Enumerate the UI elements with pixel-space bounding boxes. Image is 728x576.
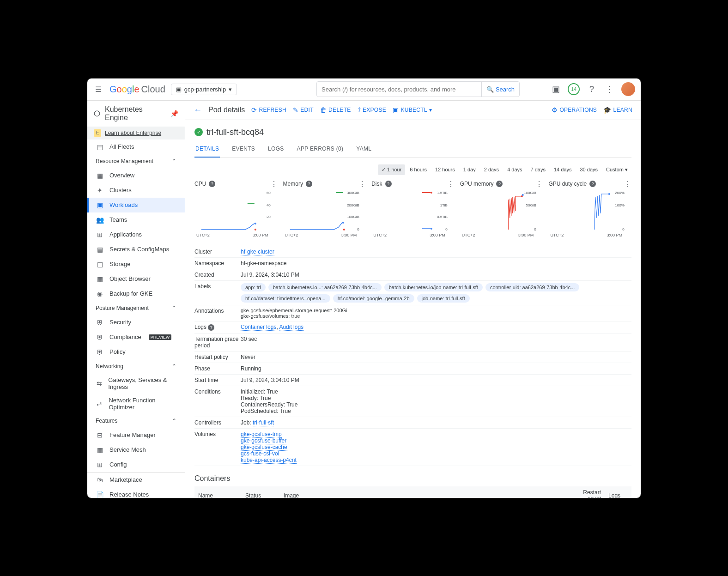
project-icon: ▣ bbox=[176, 86, 182, 93]
more-icon[interactable]: ⋮ bbox=[270, 180, 278, 188]
search-box[interactable]: 🔍Search bbox=[316, 81, 520, 97]
label-chip[interactable]: hf.co/dataset: timdettmers--opena... bbox=[241, 294, 330, 303]
col-logs: Logs bbox=[605, 486, 631, 498]
volume-link[interactable]: gke-gcsfuse-tmp bbox=[241, 431, 282, 438]
timerange-7-days[interactable]: 7 days bbox=[527, 164, 549, 175]
timerange-14-days[interactable]: 14 days bbox=[550, 164, 576, 175]
label-chip[interactable]: batch.kubernetes.io...: aa62a269-73bb-4b… bbox=[268, 283, 382, 291]
label-chip[interactable]: batch.kubernetes.io/job-name: trl-full-s… bbox=[384, 283, 483, 291]
tab-app-errors-[interactable]: APP ERRORS (0) bbox=[296, 141, 345, 158]
sidebar-item-all-fleets[interactable]: ▤All Fleets bbox=[87, 139, 185, 154]
sidebar-item-backup[interactable]: ◉Backup for GKE bbox=[87, 286, 185, 301]
timerange-6-hours[interactable]: 6 hours bbox=[406, 164, 431, 175]
section-networking[interactable]: Networking⌃ bbox=[87, 359, 185, 373]
search-input[interactable] bbox=[317, 86, 481, 93]
search-button[interactable]: 🔍Search bbox=[481, 82, 519, 97]
timerange-custom[interactable]: Custom ▾ bbox=[602, 164, 631, 175]
volume-link[interactable]: gke-gcsfuse-buffer bbox=[241, 437, 286, 444]
cluster-link[interactable]: hf-gke-cluster bbox=[241, 249, 274, 255]
back-button[interactable]: ← bbox=[194, 105, 202, 115]
label-chip[interactable]: controller-uid: aa62a269-73bb-4b4c... bbox=[485, 283, 579, 291]
sidebar-item-service-mesh[interactable]: ▦Service Mesh bbox=[87, 443, 185, 457]
more-icon[interactable]: ⋮ bbox=[624, 180, 631, 188]
timerange-1-hour[interactable]: ✓ 1 hour bbox=[378, 164, 405, 175]
controller-link[interactable]: trl-full-sft bbox=[253, 419, 274, 426]
pin-icon[interactable]: 📌 bbox=[170, 110, 178, 117]
more-icon[interactable]: ⋮ bbox=[358, 180, 366, 188]
project-selector[interactable]: ▣ gcp-partnership ▾ bbox=[171, 84, 237, 95]
volume-link[interactable]: kube-api-access-p4cnt bbox=[241, 457, 297, 464]
timerange-1-day[interactable]: 1 day bbox=[460, 164, 479, 175]
help-icon[interactable]: ? bbox=[589, 181, 596, 187]
sidebar-item-clusters[interactable]: ✦Clusters bbox=[87, 183, 185, 198]
teams-icon: 👥 bbox=[96, 216, 104, 224]
tab-logs[interactable]: LOGS bbox=[267, 141, 285, 158]
overview-icon: ▦ bbox=[96, 171, 104, 180]
section-posture[interactable]: Posture Management⌃ bbox=[87, 301, 185, 315]
edit-button[interactable]: ✎EDIT bbox=[293, 106, 314, 114]
gcp-logo[interactable]: GoogleCloud bbox=[109, 84, 165, 95]
analytics-icon[interactable]: ▣ bbox=[550, 84, 561, 95]
label-chip[interactable]: hf.co/model: google--gemma-2b bbox=[333, 294, 414, 303]
sidebar-item-policy[interactable]: ⛨Policy bbox=[87, 345, 185, 359]
timerange-2-days[interactable]: 2 days bbox=[480, 164, 503, 175]
svg-point-29 bbox=[608, 193, 610, 195]
sidebar-item-feature-manager[interactable]: ⊟Feature Manager bbox=[87, 428, 185, 443]
volume-link[interactable]: gke-gcsfuse-cache bbox=[241, 444, 287, 451]
col-name[interactable]: Name bbox=[194, 486, 242, 498]
timerange-12-hours[interactable]: 12 hours bbox=[431, 164, 459, 175]
section-features[interactable]: Features⌃ bbox=[87, 414, 185, 428]
tab-yaml[interactable]: YAML bbox=[355, 141, 372, 158]
mesh-icon: ▦ bbox=[96, 446, 104, 454]
sidebar-item-secrets[interactable]: ▤Secrets & ConfigMaps bbox=[87, 242, 185, 257]
sidebar-item-security[interactable]: ⛨Security bbox=[87, 315, 185, 330]
kubectl-button[interactable]: ▣KUBECTL ▾ bbox=[393, 106, 432, 114]
label-chip[interactable]: app: trl bbox=[241, 283, 266, 291]
timerange-30-days[interactable]: 30 days bbox=[576, 164, 602, 175]
sidebar-item-workloads[interactable]: ▣Workloads bbox=[87, 198, 185, 212]
sidebar-item-compliance[interactable]: ⛨CompliancePREVIEW bbox=[87, 330, 185, 345]
delete-button[interactable]: 🗑DELETE bbox=[320, 106, 351, 114]
audit-logs-link[interactable]: Audit logs bbox=[279, 324, 303, 331]
help-icon[interactable]: ? bbox=[208, 324, 214, 331]
project-name: gcp-partnership bbox=[184, 86, 226, 93]
sidebar-item-teams[interactable]: 👥Teams bbox=[87, 212, 185, 227]
sidebar-item-gateways[interactable]: ⇆Gateways, Services & Ingress bbox=[87, 373, 185, 394]
sidebar-item-release-notes[interactable]: 📄Release Notes bbox=[87, 487, 185, 498]
learn-button[interactable]: 🎓LEARN bbox=[603, 106, 632, 114]
svg-text:0: 0 bbox=[623, 227, 625, 231]
help-icon[interactable]: ? bbox=[586, 84, 597, 95]
section-resource[interactable]: Resource Management⌃ bbox=[87, 154, 185, 168]
tab-details[interactable]: DETAILS bbox=[194, 141, 220, 158]
sidebar-item-storage[interactable]: ◫Storage bbox=[87, 257, 185, 272]
trial-badge[interactable]: 14 bbox=[568, 83, 580, 95]
container-logs-link[interactable]: Container logs bbox=[241, 324, 276, 331]
more-icon[interactable]: ⋮ bbox=[447, 180, 455, 188]
refresh-button[interactable]: ⟳REFRESH bbox=[251, 106, 286, 114]
sidebar-item-applications[interactable]: ⊞Applications bbox=[87, 227, 185, 242]
more-icon[interactable]: ⋮ bbox=[535, 180, 543, 188]
operations-button[interactable]: ⚙OPERATIONS bbox=[552, 106, 597, 114]
sidebar-item-config[interactable]: ⊞Config bbox=[87, 457, 185, 472]
sidebar-item-marketplace[interactable]: 🛍Marketplace bbox=[87, 473, 185, 487]
sidebar-item-overview[interactable]: ▦Overview bbox=[87, 168, 185, 183]
timerange-4-days[interactable]: 4 days bbox=[504, 164, 526, 175]
sidebar-item-object-browser[interactable]: ▦Object Browser bbox=[87, 272, 185, 286]
label-chip[interactable]: job-name: trl-full-sft bbox=[417, 294, 470, 303]
sidebar-item-nfo[interactable]: ⇄Network Function Optimizer bbox=[87, 394, 185, 414]
help-icon[interactable]: ? bbox=[209, 181, 215, 187]
help-icon[interactable]: ? bbox=[306, 181, 312, 187]
kubectl-icon: ▣ bbox=[393, 106, 399, 114]
avatar[interactable] bbox=[621, 82, 635, 96]
main-menu-icon[interactable]: ☰ bbox=[93, 84, 104, 95]
chevron-up-icon: ⌃ bbox=[172, 418, 176, 424]
svg-text:300GiB: 300GiB bbox=[347, 191, 359, 195]
tab-events[interactable]: EVENTS bbox=[231, 141, 256, 158]
enterprise-link[interactable]: Learn about Enterprise bbox=[105, 130, 161, 136]
more-icon[interactable]: ⋮ bbox=[604, 84, 615, 95]
help-icon[interactable]: ? bbox=[496, 181, 503, 187]
expose-button[interactable]: ⤴EXPOSE bbox=[358, 106, 386, 114]
enterprise-banner[interactable]: ELearn about Enterprise bbox=[87, 127, 185, 139]
volume-link[interactable]: gcs-fuse-csi-vol bbox=[241, 450, 279, 457]
help-icon[interactable]: ? bbox=[385, 181, 392, 187]
